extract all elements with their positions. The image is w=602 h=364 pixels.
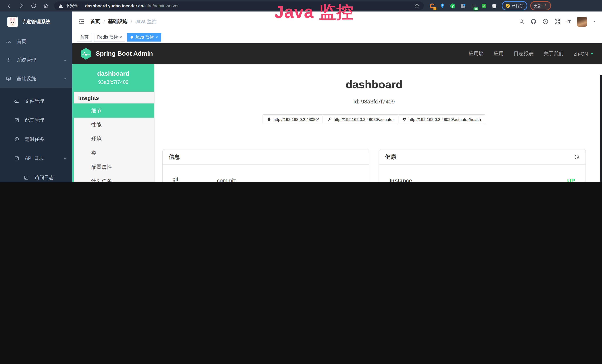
breadcrumb-current: Java 监控 xyxy=(136,18,157,25)
chevron-up-icon xyxy=(63,157,67,161)
font-size-icon[interactable]: tT xyxy=(566,19,571,24)
sba-nav-links: 应用墙 应用 日志报表 关于我们 zh-CN xyxy=(469,50,594,57)
header-actions: tT xyxy=(519,17,596,27)
sba-language-select[interactable]: zh-CN xyxy=(574,51,594,57)
tags-bar: 首页 Redis 监控× Java 监控× xyxy=(72,32,602,43)
breadcrumb: 首页 / 基础设施 / Java 监控 xyxy=(90,18,157,25)
search-icon[interactable] xyxy=(519,19,525,24)
status-badge: UP xyxy=(567,177,575,182)
sba-item-beans[interactable]: 类 xyxy=(74,146,154,160)
sidebar-item-file[interactable]: 文件管理 xyxy=(0,92,72,111)
update-label: 更新 xyxy=(534,3,542,8)
extension-y-icon[interactable]: y xyxy=(450,3,456,9)
sba-insights-group: Insights 细节 性能 环境 类 配置属性 计划任务 xyxy=(72,92,154,182)
browser-forward-icon[interactable] xyxy=(18,3,24,9)
security-label: 不安全 xyxy=(66,3,78,9)
sidebar-item-job[interactable]: 定时任务 xyxy=(0,130,72,149)
sba-sidebar: dashboard 93a3fc7f7409 Insights 细节 性能 环境… xyxy=(72,64,155,182)
sba-link-applications[interactable]: 应用 xyxy=(494,50,504,57)
health-card: 健康 Instance UP xyxy=(379,150,585,182)
page-scrollbar[interactable] xyxy=(600,75,602,182)
sidebar-item-api-log[interactable]: API 日志 xyxy=(0,149,72,168)
health-instance-label: Instance xyxy=(390,177,412,182)
help-icon[interactable] xyxy=(542,19,548,24)
extension-grid-icon[interactable] xyxy=(460,3,466,9)
app-logo-row[interactable]: 芋道管理系统 xyxy=(0,11,72,32)
bookmark-star-icon[interactable] xyxy=(414,3,420,9)
profile-paused-chip[interactable]: 已暂停 xyxy=(502,1,527,11)
sba-link-about[interactable]: 关于我们 xyxy=(544,50,564,57)
extension-list-icon[interactable]: on xyxy=(471,3,476,9)
service-url-button[interactable]: http://192.168.0.2:48080/ xyxy=(263,114,323,124)
table-row: git commit: time: 1596289704000 id: 27aa… xyxy=(172,171,360,182)
info-card-header: 信息 xyxy=(163,150,369,165)
sba-item-metrics[interactable]: 性能 xyxy=(74,118,154,132)
heartbeat-icon xyxy=(402,117,406,121)
sba-item-environment[interactable]: 环境 xyxy=(74,132,154,146)
tag-java[interactable]: Java 监控× xyxy=(127,33,161,42)
github-icon[interactable] xyxy=(531,19,537,24)
tag-home[interactable]: 首页 xyxy=(77,33,92,42)
sba-instance-id: 93a3fc7f7409 xyxy=(72,79,154,85)
browser-toolbar: 不安全 dashboard.yudao.iocoder.cn/infra/adm… xyxy=(0,0,602,11)
breadcrumb-home[interactable]: 首页 xyxy=(90,18,100,25)
extension-colorzilla-icon[interactable]: 1 xyxy=(429,3,435,9)
infra-submenu: 文件管理 配置管理 定时任务 API 日志 xyxy=(0,88,72,182)
home-icon xyxy=(267,117,271,121)
active-tag-dot xyxy=(130,36,133,39)
health-card-body: Instance UP xyxy=(379,165,585,182)
dashboard-gauge-icon xyxy=(6,39,11,44)
address-bar[interactable]: 不安全 dashboard.yudao.iocoder.cn/infra/adm… xyxy=(54,1,424,10)
info-value: commit: time: 1596289704000 id: 27aa832 … xyxy=(217,176,359,182)
edit-square-icon xyxy=(14,156,19,161)
sidebar-item-home[interactable]: 首页 xyxy=(0,32,72,51)
app-logo-rabbit-icon xyxy=(7,17,18,27)
history-icon[interactable] xyxy=(574,154,579,160)
sidebar-item-infra[interactable]: 基础设施 xyxy=(0,69,72,88)
fullscreen-icon[interactable] xyxy=(554,19,560,24)
sba-link-journal[interactable]: 日志报表 xyxy=(514,50,534,57)
screen: 不安全 dashboard.yudao.iocoder.cn/infra/adm… xyxy=(0,0,602,182)
close-icon[interactable]: × xyxy=(156,35,158,39)
chevron-down-icon xyxy=(63,58,67,62)
actuator-url-button[interactable]: http://192.168.0.2:48080/actuator xyxy=(323,114,398,124)
chrome-update-button[interactable]: 更新 xyxy=(530,1,551,11)
extension-puzzle-icon[interactable] xyxy=(491,3,497,9)
history-clock-icon xyxy=(14,137,19,142)
cloud-upload-icon xyxy=(14,99,19,104)
sba-brand[interactable]: Spring Boot Admin xyxy=(80,48,153,60)
close-icon[interactable]: × xyxy=(119,35,122,39)
sba-item-details[interactable]: 细节 xyxy=(72,104,154,118)
cards-grid: 信息 git commit: time: 1596289704000 id: 2… xyxy=(163,150,585,182)
breadcrumb-infra[interactable]: 基础设施 xyxy=(108,18,127,25)
paused-label: 已暂停 xyxy=(512,3,523,8)
sidebar-item-access-log[interactable]: 访问日志 xyxy=(0,168,72,182)
tag-redis[interactable]: Redis 监控× xyxy=(94,33,125,42)
browser-back-icon[interactable] xyxy=(6,3,12,9)
sba-group-label: Insights xyxy=(74,92,154,104)
omnibox-divider xyxy=(81,3,82,8)
sba-logo-icon xyxy=(80,48,91,60)
wrench-icon xyxy=(327,117,332,121)
extension-pin-icon[interactable] xyxy=(439,3,445,9)
avatar-caret-down-icon[interactable] xyxy=(593,20,596,23)
browser-home-icon[interactable] xyxy=(43,3,49,9)
sba-item-configprops[interactable]: 配置属性 xyxy=(74,160,154,174)
sidebar-item-system[interactable]: 系统管理 xyxy=(0,51,72,69)
app-title: 芋道管理系统 xyxy=(22,19,50,25)
browser-reload-icon[interactable] xyxy=(30,3,37,9)
admin-sidebar: 芋道管理系统 首页 系统管理 基础设施 xyxy=(0,11,72,182)
sidebar-fold-icon[interactable] xyxy=(78,18,85,25)
sba-link-wall[interactable]: 应用墙 xyxy=(469,50,484,57)
sba-item-scheduledtasks[interactable]: 计划任务 xyxy=(74,174,154,182)
breadcrumb-separator: / xyxy=(103,19,105,24)
health-url-button[interactable]: http://192.168.0.2:48080/actuator/health xyxy=(398,114,485,124)
sidebar-item-config[interactable]: 配置管理 xyxy=(0,111,72,130)
sba-brand-label: Spring Boot Admin xyxy=(96,50,153,57)
extension-green-icon[interactable] xyxy=(481,3,487,9)
user-avatar[interactable] xyxy=(577,17,587,27)
info-card-body: git commit: time: 1596289704000 id: 27aa… xyxy=(163,165,369,182)
edit-square-icon xyxy=(24,175,29,180)
not-secure-warning-icon xyxy=(58,3,64,8)
instance-title: dashboard xyxy=(163,78,585,91)
